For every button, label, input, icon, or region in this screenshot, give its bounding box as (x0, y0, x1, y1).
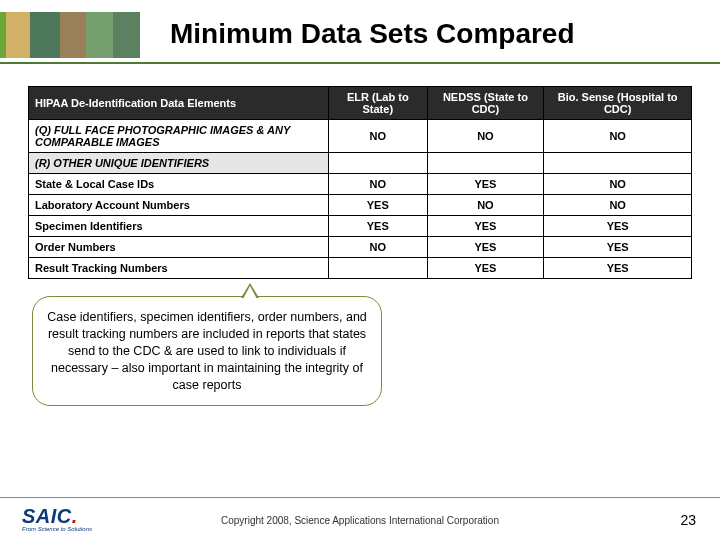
row-value: NO (329, 120, 428, 153)
row-value: NO (329, 174, 428, 195)
table-row: Laboratory Account NumbersYESNONO (29, 195, 692, 216)
header-elr: ELR (Lab to State) (329, 87, 428, 120)
row-value: NO (544, 120, 692, 153)
row-value: YES (427, 174, 544, 195)
row-value: YES (544, 216, 692, 237)
row-label: Specimen Identifiers (29, 216, 329, 237)
header-elements: HIPAA De-Identification Data Elements (29, 87, 329, 120)
bottom-rule (0, 497, 720, 498)
table-row: Result Tracking NumbersYESYES (29, 258, 692, 279)
logo-tagline: From Science to Solutions (22, 526, 92, 532)
table-header-row: HIPAA De-Identification Data Elements EL… (29, 87, 692, 120)
row-label: Laboratory Account Numbers (29, 195, 329, 216)
banner-photo (6, 12, 140, 58)
row-value (329, 258, 428, 279)
slide-title: Minimum Data Sets Compared (170, 18, 700, 50)
copyright-text: Copyright 2008, Science Applications Int… (0, 515, 720, 526)
row-value: YES (329, 216, 428, 237)
row-label: Order Numbers (29, 237, 329, 258)
row-label: (Q) FULL FACE PHOTOGRAPHIC IMAGES & ANY … (29, 120, 329, 153)
row-value: NO (427, 195, 544, 216)
row-value: YES (544, 237, 692, 258)
row-label: State & Local Case IDs (29, 174, 329, 195)
row-label: Result Tracking Numbers (29, 258, 329, 279)
slide: Minimum Data Sets Compared HIPAA De-Iden… (0, 0, 720, 540)
table-row: State & Local Case IDsNOYESNO (29, 174, 692, 195)
top-rule (0, 62, 720, 64)
row-value: YES (427, 258, 544, 279)
table-row: Order NumbersNOYESYES (29, 237, 692, 258)
header-nedss: NEDSS (State to CDC) (427, 87, 544, 120)
row-value (329, 153, 428, 174)
row-value: NO (544, 195, 692, 216)
row-label: (R) OTHER UNIQUE IDENTIFIERS (29, 153, 329, 174)
table-row: (R) OTHER UNIQUE IDENTIFIERS (29, 153, 692, 174)
row-value: YES (427, 216, 544, 237)
banner-image (0, 12, 140, 58)
row-value: YES (544, 258, 692, 279)
row-value: NO (427, 120, 544, 153)
page-number: 23 (680, 512, 696, 528)
table-row: (Q) FULL FACE PHOTOGRAPHIC IMAGES & ANY … (29, 120, 692, 153)
callout-bubble: Case identifiers, specimen identifiers, … (32, 296, 382, 406)
row-value: NO (329, 237, 428, 258)
row-value: YES (329, 195, 428, 216)
row-value: YES (427, 237, 544, 258)
row-value (544, 153, 692, 174)
comparison-table: HIPAA De-Identification Data Elements EL… (28, 86, 692, 279)
table-row: Specimen IdentifiersYESYESYES (29, 216, 692, 237)
header-biosense: Bio. Sense (Hospital to CDC) (544, 87, 692, 120)
row-value (427, 153, 544, 174)
row-value: NO (544, 174, 692, 195)
